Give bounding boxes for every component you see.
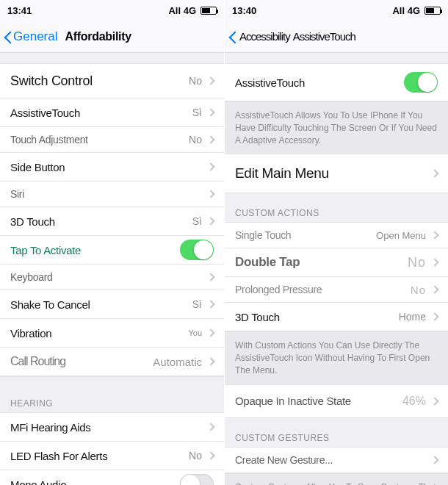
value: 46% bbox=[402, 395, 426, 408]
value: No bbox=[411, 284, 426, 296]
actions-note: With Custom Actions You Can Use Directly… bbox=[225, 331, 448, 384]
row-call-routing[interactable]: Call Routing Automatic bbox=[0, 347, 224, 376]
value: No bbox=[189, 134, 202, 146]
row-led-flash[interactable]: LED Flash For Alerts No bbox=[0, 441, 224, 470]
network-label: All 4G bbox=[168, 5, 196, 16]
right-screen: 13:40 All 4G Accessibility AssistiveTouc… bbox=[224, 0, 448, 485]
label: MFi Hearing Aids bbox=[10, 421, 90, 434]
chevron-right-icon bbox=[430, 456, 438, 464]
row-prolonged-pressure[interactable]: Prolonged Pressure No bbox=[225, 276, 448, 303]
value: Sì bbox=[192, 215, 202, 227]
row-3d-touch[interactable]: 3D Touch Sì bbox=[0, 206, 224, 236]
label: Double Tap bbox=[235, 255, 300, 270]
row-3d-touch-action[interactable]: 3D Touch Home bbox=[225, 302, 448, 331]
page-title: Affordability bbox=[65, 30, 131, 43]
mono-audio-toggle[interactable] bbox=[180, 474, 214, 485]
settings-list: Switch Control No AssistiveTouch Sì Touc… bbox=[0, 53, 224, 485]
label: Edit Main Menu bbox=[235, 165, 329, 182]
chevron-right-icon bbox=[430, 313, 438, 321]
assistive-note: AssistiveTouch Allows You To Use IPhone … bbox=[225, 101, 448, 154]
chevron-right-icon bbox=[430, 231, 438, 240]
chevron-right-icon bbox=[206, 328, 214, 337]
left-screen: 13:41 All 4G General Affordability Switc… bbox=[0, 0, 224, 485]
label: Vibration bbox=[10, 327, 51, 340]
chevron-right-icon bbox=[206, 217, 214, 225]
clock: 13:40 bbox=[232, 5, 256, 16]
row-create-gesture[interactable]: Create New Gesture... bbox=[225, 447, 448, 473]
row-double-tap[interactable]: Double Tap No bbox=[225, 248, 448, 277]
row-assistive-touch-toggle: AssistiveTouch bbox=[225, 63, 448, 101]
row-siri[interactable]: Siri bbox=[0, 181, 224, 207]
label: AssistiveTouch bbox=[235, 76, 305, 89]
label: AssistiveTouch bbox=[10, 107, 80, 119]
chevron-right-icon bbox=[206, 357, 214, 365]
chevron-right-icon bbox=[206, 108, 214, 116]
label: Prolonged Pressure bbox=[235, 284, 322, 295]
hearing-header: HEARING bbox=[0, 389, 224, 413]
label: Side Button bbox=[10, 161, 65, 173]
chevron-right-icon bbox=[430, 286, 438, 294]
custom-actions-header: CUSTOM ACTIONS bbox=[225, 193, 448, 223]
row-single-touch[interactable]: Single Touch Open Menu bbox=[225, 222, 448, 248]
value: Automatic bbox=[153, 356, 202, 368]
chevron-right-icon bbox=[430, 397, 438, 405]
value: Home bbox=[399, 311, 426, 323]
row-assistive-touch[interactable]: AssistiveTouch Sì bbox=[0, 98, 224, 127]
label: Touch Adjustment bbox=[10, 134, 88, 146]
row-mfi-hearing[interactable]: MFi Hearing Aids bbox=[0, 412, 224, 442]
chevron-right-icon bbox=[206, 190, 214, 198]
settings-list: AssistiveTouch AssistiveTouch Allows You… bbox=[225, 53, 448, 485]
nav-bar: Accessibility AssistiveTouch bbox=[225, 21, 448, 53]
label: Siri bbox=[10, 188, 24, 200]
label: Keyboard bbox=[10, 271, 53, 283]
value: Sì bbox=[192, 298, 202, 310]
label: Call Routing bbox=[10, 355, 65, 368]
network-label: All 4G bbox=[392, 5, 420, 16]
chevron-right-icon bbox=[206, 451, 214, 459]
label: LED Flash For Alerts bbox=[10, 450, 107, 462]
label: 3D Touch bbox=[10, 215, 55, 228]
chevron-right-icon bbox=[430, 259, 438, 267]
value: No bbox=[189, 75, 202, 87]
back-button[interactable]: General bbox=[3, 29, 57, 44]
value: Sì bbox=[192, 107, 202, 118]
label: Opaque In Inactive State bbox=[235, 395, 351, 407]
label: Mono Audio bbox=[10, 478, 66, 486]
label: Tap To Activate bbox=[10, 244, 81, 256]
row-opaque-inactive[interactable]: Opaque In Inactive State 46% bbox=[225, 384, 448, 418]
row-keyboard[interactable]: Keyboard bbox=[0, 264, 224, 290]
value: You bbox=[188, 328, 202, 337]
label: Switch Control bbox=[10, 73, 93, 89]
label: 3D Touch bbox=[235, 311, 280, 323]
back-label: General bbox=[13, 29, 57, 44]
row-mono-audio: Mono Audio bbox=[0, 470, 224, 485]
tap-to-activate-toggle[interactable] bbox=[180, 240, 214, 260]
label: Shake To Cancel bbox=[10, 298, 90, 311]
chevron-left-icon bbox=[228, 29, 236, 44]
row-touch-adjustment[interactable]: Touch Adjustment No bbox=[0, 126, 224, 153]
page-title: AssistiveTouch bbox=[293, 30, 355, 43]
chevron-right-icon bbox=[206, 135, 214, 143]
gestures-note: Custom Gestures Allow You To Save Gestur… bbox=[225, 473, 448, 485]
chevron-right-icon bbox=[206, 300, 214, 308]
row-edit-main-menu[interactable]: Edit Main Menu bbox=[225, 154, 448, 193]
row-side-button[interactable]: Side Button bbox=[0, 152, 224, 182]
chevron-right-icon bbox=[430, 170, 438, 178]
nav-bar: General Affordability bbox=[0, 21, 224, 53]
value: No bbox=[408, 255, 426, 270]
back-label: Accessibility bbox=[239, 30, 290, 43]
row-vibration[interactable]: Vibration You bbox=[0, 318, 224, 348]
row-shake-to-cancel[interactable]: Shake To Cancel Sì bbox=[0, 290, 224, 319]
chevron-left-icon bbox=[3, 29, 12, 44]
battery-icon bbox=[200, 7, 217, 15]
row-tap-to-activate: Tap To Activate bbox=[0, 235, 224, 265]
chevron-right-icon bbox=[206, 162, 214, 170]
chevron-right-icon bbox=[206, 423, 214, 431]
back-button[interactable]: Accessibility bbox=[228, 29, 290, 44]
value: No bbox=[189, 450, 202, 461]
label: Single Touch bbox=[235, 229, 291, 241]
assistive-touch-toggle[interactable] bbox=[404, 72, 438, 93]
battery-icon bbox=[424, 7, 441, 15]
row-switch-control[interactable]: Switch Control No bbox=[0, 63, 224, 98]
clock: 13:41 bbox=[7, 5, 32, 16]
